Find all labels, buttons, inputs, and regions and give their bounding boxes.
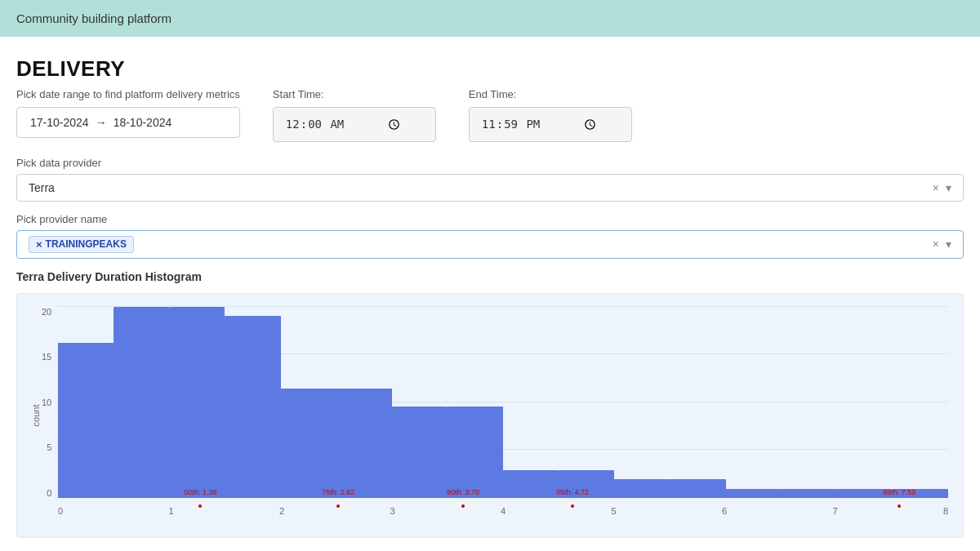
start-time-section: Start Time: — [273, 88, 436, 142]
date-section: Pick date range to find platform deliver… — [16, 88, 240, 138]
x-tick-4: 4 — [501, 506, 506, 516]
top-bar-title: Community building platform — [16, 11, 172, 25]
provider-clear-icon[interactable]: × — [933, 238, 939, 251]
data-provider-label: Pick data provider — [16, 157, 964, 169]
bar-group-5 — [336, 307, 392, 498]
bar-2 — [169, 307, 225, 498]
start-time-input[interactable] — [273, 107, 436, 142]
bar-group-7 — [448, 307, 503, 498]
date-arrow: → — [96, 116, 107, 129]
chart-container: count 20 15 10 5 0 012345678 50th: 1.367… — [16, 293, 964, 538]
bar-6 — [392, 407, 448, 497]
bar-group-4 — [281, 307, 336, 498]
bar-10 — [614, 479, 670, 497]
bar-group-9 — [559, 307, 614, 498]
end-time-label: End Time: — [469, 88, 632, 100]
bar-group-11 — [670, 307, 725, 498]
bar-group-12 — [726, 307, 782, 498]
x-tick-3: 3 — [390, 506, 394, 516]
bar-group-1 — [114, 307, 169, 498]
x-tick-7: 7 — [832, 506, 837, 516]
bar-group-6 — [392, 307, 448, 498]
x-tick-8: 8 — [943, 506, 948, 516]
x-tick-1: 1 — [168, 506, 173, 516]
y-axis: 20 15 10 5 0 — [42, 307, 55, 498]
bar-group-15 — [893, 307, 948, 498]
bar-15 — [893, 489, 948, 498]
bar-11 — [670, 479, 725, 497]
bar-9 — [559, 470, 614, 497]
bar-5 — [336, 389, 392, 498]
y-tick-20: 20 — [42, 307, 55, 317]
bar-group-14 — [837, 307, 893, 498]
y-axis-label: count — [31, 404, 41, 426]
bar-12 — [726, 489, 782, 498]
bar-3 — [225, 316, 280, 498]
x-axis: 012345678 — [58, 506, 948, 516]
provider-tags: × TRAININGPEAKS — [29, 236, 134, 253]
x-tick-2: 2 — [279, 506, 284, 516]
bar-7 — [448, 407, 503, 497]
bar-1 — [114, 307, 169, 498]
y-tick-0: 0 — [47, 488, 55, 498]
controls-row: Pick date range to find platform deliver… — [16, 88, 964, 142]
provider-name-section: Pick provider name × TRAININGPEAKS × ▾ — [16, 213, 964, 259]
x-tick-0: 0 — [58, 506, 63, 516]
chart-section: Terra Delivery Duration Histogram count … — [16, 270, 964, 538]
start-time-label: Start Time: — [273, 88, 436, 100]
x-tick-6: 6 — [722, 506, 727, 516]
tag-close-icon[interactable]: × — [36, 238, 42, 251]
provider-tag-trainingpeaks: × TRAININGPEAKS — [29, 236, 134, 253]
data-provider-section: Pick data provider Terra × ▾ — [16, 157, 964, 202]
bar-group-0 — [58, 307, 114, 498]
bar-group-10 — [614, 307, 670, 498]
tag-label: TRAININGPEAKS — [46, 238, 127, 250]
bar-group-8 — [503, 307, 559, 498]
end-time-input[interactable] — [469, 107, 632, 142]
bar-8 — [503, 470, 559, 497]
date-end: 18-10-2024 — [114, 116, 172, 129]
provider-select-right-icons: × ▾ — [933, 238, 951, 251]
data-provider-value: Terra — [29, 181, 55, 194]
date-range-picker[interactable]: 17-10-2024 → 18-10-2024 — [16, 107, 240, 138]
main-content: DELIVERY Pick date range to find platfor… — [0, 37, 980, 551]
bar-4 — [281, 389, 336, 498]
bar-group-3 — [225, 307, 280, 498]
end-time-section: End Time: — [469, 88, 632, 142]
y-tick-10: 10 — [42, 398, 55, 407]
chevron-down-icon[interactable]: ▾ — [946, 181, 951, 194]
bars-area — [58, 307, 948, 498]
bar-group-13 — [782, 307, 837, 498]
data-provider-select[interactable]: Terra × ▾ — [16, 174, 964, 202]
date-range-label: Pick date range to find platform deliver… — [16, 88, 240, 100]
chart-title: Terra Delivery Duration Histogram — [16, 270, 964, 283]
bar-0 — [58, 343, 114, 497]
provider-name-select[interactable]: × TRAININGPEAKS × ▾ — [16, 230, 964, 259]
bar-13 — [782, 489, 837, 498]
date-start: 17-10-2024 — [30, 116, 89, 129]
clear-icon[interactable]: × — [933, 181, 939, 194]
provider-chevron-icon[interactable]: ▾ — [946, 238, 951, 251]
top-bar: Community building platform — [0, 0, 980, 37]
x-tick-5: 5 — [611, 506, 616, 516]
provider-name-label: Pick provider name — [16, 213, 964, 225]
page-title: DELIVERY — [16, 56, 964, 82]
select-right-icons: × ▾ — [933, 181, 951, 194]
bar-14 — [837, 489, 893, 498]
y-tick-15: 15 — [42, 352, 55, 362]
y-tick-5: 5 — [47, 442, 55, 452]
bar-group-2 — [169, 307, 225, 498]
start-time-wrapper — [273, 107, 436, 142]
end-time-wrapper — [469, 107, 632, 142]
